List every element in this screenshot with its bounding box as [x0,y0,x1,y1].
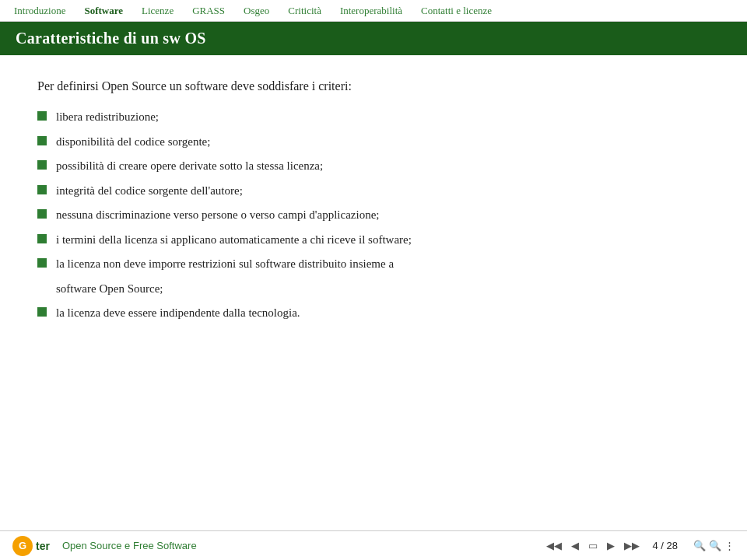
nav-osgeo[interactable]: Osgeo [242,2,271,20]
list-item: nessuna discriminazione verso persone o … [37,206,710,224]
section-header: Caratteristiche di un sw OS [0,22,747,55]
nav-next-button[interactable]: ▶ [604,538,618,553]
bullet-text: i termini della licenza si applicano aut… [56,231,710,249]
bullet-text: libera redistribuzione; [56,108,710,126]
intro-text: Per definirsi Open Source un software de… [37,77,710,96]
bullet-icon [37,136,47,145]
bullet-icon [37,234,47,243]
footer: G ter Open Source e Free Software ◀◀ ◀ ▭… [0,530,747,560]
bullet-text: possibilità di creare opere derivate sot… [56,157,710,175]
bullet-icon [37,185,47,194]
bullet-icon [37,307,47,317]
top-navigation: Introduzione Software Licenze GRASS Osge… [0,0,747,22]
bullet-icon [37,160,47,170]
nav-software[interactable]: Software [82,2,124,20]
footer-nav-controls: ◀◀ ◀ ▭ ▶ ▶▶ 4 / 28 🔍 🔍 ⋮ [543,538,735,553]
search-icon-1[interactable]: 🔍 [693,540,706,552]
bullet-text: la licenza non deve imporre restrizioni … [56,255,710,273]
footer-subtitle: Open Source e Free Software [62,540,197,551]
menu-icon[interactable]: ⋮ [724,540,735,552]
nav-licenze[interactable]: Licenze [140,2,175,20]
bullet-icon [37,258,47,268]
bullet-icon [37,111,47,121]
page-number: 4 / 28 [652,540,678,551]
nav-introduzione[interactable]: Introduzione [12,2,67,20]
search-icon-2[interactable]: 🔍 [709,540,721,552]
logo-icon: G [12,536,33,556]
bullet-text: la licenza deve essere indipendente dall… [56,304,710,322]
list-item: libera redistribuzione; [37,108,710,126]
nav-last-button[interactable]: ▶▶ [621,538,643,553]
list-item: integrità del codice sorgente dell'autor… [37,182,710,200]
list-item: la licenza non deve imporre restrizioni … [37,255,710,273]
bullet-text: nessuna discriminazione verso persone o … [56,206,710,224]
bullet-text: integrità del codice sorgente dell'autor… [56,182,710,200]
nav-criticita[interactable]: Criticità [286,2,323,20]
logo-name: ter [36,540,50,552]
list-item: disponibilità del codice sorgente; [37,133,710,151]
bullet-text: disponibilità del codice sorgente; [56,133,710,151]
main-content: Per definirsi Open Source un software de… [0,55,747,530]
nav-first-button[interactable]: ◀◀ [543,538,565,553]
bullet-list: libera redistribuzione; disponibilità de… [37,108,710,322]
bullet-text: software Open Source; [56,280,710,298]
bullet-icon [37,209,47,219]
nav-frame-button[interactable]: ▭ [585,538,601,553]
nav-grass[interactable]: GRASS [191,2,226,20]
nav-contatti[interactable]: Contatti e licenze [419,2,493,20]
list-item: i termini della licenza si applicano aut… [37,231,710,249]
footer-search-icons: 🔍 🔍 ⋮ [693,540,735,552]
list-item: la licenza deve essere indipendente dall… [37,304,710,322]
nav-interoperabilita[interactable]: Interoperabilità [338,2,404,20]
footer-logo: G ter [12,536,50,556]
nav-prev-button[interactable]: ◀ [568,538,582,553]
list-item: possibilità di creare opere derivate sot… [37,157,710,175]
list-item: software Open Source; [37,280,710,298]
